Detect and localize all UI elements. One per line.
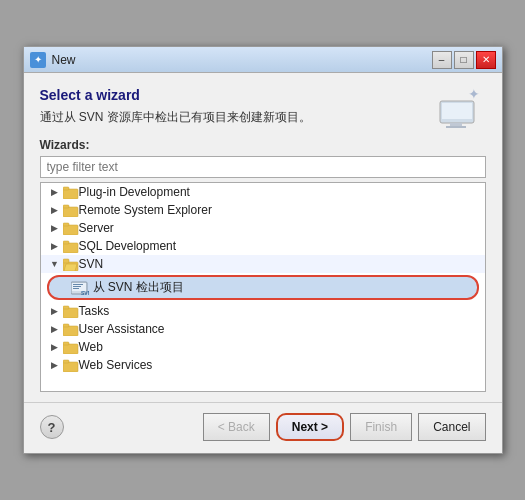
minimize-button[interactable]: – <box>432 51 452 69</box>
dialog-description: 通过从 SVN 资源库中检出已有项目来创建新项目。 <box>40 109 436 126</box>
tree-item-web[interactable]: ▶ Web <box>41 338 485 356</box>
folder-icon <box>63 204 79 217</box>
expand-arrow: ▶ <box>49 305 61 317</box>
svg-rect-14 <box>63 259 69 263</box>
tree-item-user-assistance[interactable]: ▶ User Assistance <box>41 320 485 338</box>
svg-rect-3 <box>450 123 462 126</box>
dialog-title: Select a wizard <box>40 87 436 103</box>
titlebar: ✦ New – □ ✕ <box>24 47 502 73</box>
svg-text:✦: ✦ <box>468 87 480 102</box>
expand-arrow: ▼ <box>49 258 61 270</box>
folder-icon <box>63 323 79 336</box>
back-button[interactable]: < Back <box>203 413 270 441</box>
folder-icon-open <box>63 258 79 271</box>
wizard-graphic: ✦ <box>436 87 486 129</box>
next-button[interactable]: Next > <box>276 413 344 441</box>
folder-icon <box>63 186 79 199</box>
expand-arrow: ▶ <box>49 222 61 234</box>
window-title: New <box>52 53 76 67</box>
svg-rect-24 <box>63 326 78 336</box>
svg-rect-20 <box>73 288 79 289</box>
tree-item-web-services[interactable]: ▶ Web Services <box>41 356 485 374</box>
dialog-footer: ? < Back Next > Finish Cancel <box>24 402 502 453</box>
folder-icon <box>63 305 79 318</box>
titlebar-left: ✦ New <box>30 52 76 68</box>
svg-rect-27 <box>63 342 69 345</box>
titlebar-controls: – □ ✕ <box>432 51 496 69</box>
no-expand <box>57 282 69 294</box>
tree-item-svn[interactable]: ▼ SVN <box>41 255 485 273</box>
window-icon: ✦ <box>30 52 46 68</box>
expand-arrow: ▶ <box>49 204 61 216</box>
tree-item-user-assistance-label: User Assistance <box>79 322 165 336</box>
maximize-button[interactable]: □ <box>454 51 474 69</box>
svg-rect-5 <box>63 189 78 199</box>
svg-rect-23 <box>63 306 69 309</box>
svg-rect-10 <box>63 223 69 226</box>
header-text: Select a wizard 通过从 SVN 资源库中检出已有项目来创建新项目… <box>40 87 436 138</box>
tree-item-sql-dev[interactable]: ▶ SQL Development <box>41 237 485 255</box>
svn-checkout-icon: SVN <box>71 280 89 296</box>
svg-rect-8 <box>63 205 69 208</box>
close-button[interactable]: ✕ <box>476 51 496 69</box>
tree-item-plugin-dev[interactable]: ▶ Plug-in Development <box>41 183 485 201</box>
folder-icon <box>63 222 79 235</box>
wizard-svg: ✦ <box>436 87 486 129</box>
tree-item-remote-explorer[interactable]: ▶ Remote System Explorer <box>41 201 485 219</box>
tree-item-svn-checkout-label: 从 SVN 检出项目 <box>93 279 184 296</box>
tree-item-svn-checkout[interactable]: SVN 从 SVN 检出项目 <box>47 275 479 300</box>
tree-item-tasks[interactable]: ▶ Tasks <box>41 302 485 320</box>
header-row: Select a wizard 通过从 SVN 资源库中检出已有项目来创建新项目… <box>40 87 486 138</box>
dialog-content: Select a wizard 通过从 SVN 资源库中检出已有项目来创建新项目… <box>24 73 502 402</box>
folder-icon <box>63 359 79 372</box>
wizard-tree[interactable]: ▶ Plug-in Development ▶ Remote System Ex… <box>40 182 486 392</box>
cancel-button[interactable]: Cancel <box>418 413 485 441</box>
svg-text:SVN: SVN <box>81 290 89 296</box>
folder-icon <box>63 341 79 354</box>
svg-marker-15 <box>64 264 77 271</box>
tree-item-tasks-label: Tasks <box>79 304 110 318</box>
expand-arrow: ▶ <box>49 359 61 371</box>
svg-rect-26 <box>63 344 78 354</box>
tree-item-server-label: Server <box>79 221 114 235</box>
tree-item-web-services-label: Web Services <box>79 358 153 372</box>
footer-buttons: < Back Next > Finish Cancel <box>203 413 486 441</box>
svg-rect-19 <box>73 286 81 287</box>
expand-arrow: ▶ <box>49 186 61 198</box>
svg-rect-22 <box>63 308 78 318</box>
finish-button[interactable]: Finish <box>350 413 412 441</box>
folder-icon <box>63 240 79 253</box>
svg-rect-2 <box>442 103 472 119</box>
tree-item-sql-label: SQL Development <box>79 239 177 253</box>
help-button[interactable]: ? <box>40 415 64 439</box>
wizards-label: Wizards: <box>40 138 486 152</box>
expand-arrow: ▶ <box>49 240 61 252</box>
expand-arrow: ▶ <box>49 323 61 335</box>
tree-item-web-label: Web <box>79 340 103 354</box>
svg-rect-18 <box>73 284 83 285</box>
tree-item-svn-label: SVN <box>79 257 104 271</box>
tree-item-plugin-dev-label: Plug-in Development <box>79 185 190 199</box>
svg-rect-11 <box>63 243 78 253</box>
svg-rect-7 <box>63 207 78 217</box>
svg-rect-28 <box>63 362 78 372</box>
filter-input[interactable] <box>40 156 486 178</box>
expand-arrow: ▶ <box>49 341 61 353</box>
svg-rect-9 <box>63 225 78 235</box>
tree-item-server[interactable]: ▶ Server <box>41 219 485 237</box>
new-dialog: ✦ New – □ ✕ Select a wizard 通过从 SVN 资源库中… <box>23 46 503 454</box>
svg-rect-12 <box>63 241 69 244</box>
svg-rect-4 <box>446 126 466 128</box>
tree-item-remote-label: Remote System Explorer <box>79 203 212 217</box>
svg-rect-29 <box>63 360 69 363</box>
svg-rect-6 <box>63 187 69 190</box>
svg-rect-25 <box>63 324 69 327</box>
